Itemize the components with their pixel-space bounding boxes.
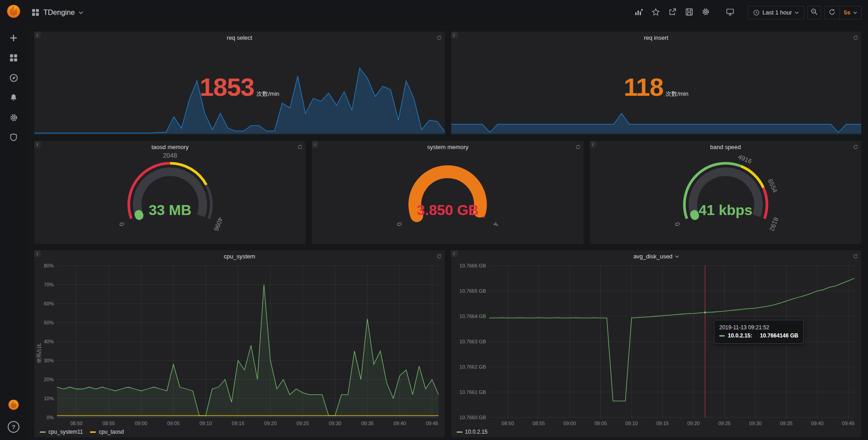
sidebar-item-alerting[interactable] — [9, 94, 18, 103]
svg-text:2048: 2048 — [163, 153, 177, 159]
svg-text:09:10: 09:10 — [625, 421, 638, 426]
sidebar: ? — [0, 0, 27, 440]
time-range-button[interactable]: Last 1 hour — [748, 6, 804, 19]
svg-text:4: 4 — [492, 221, 500, 227]
grafana-logo-icon[interactable] — [6, 4, 21, 21]
svg-text:30%: 30% — [44, 358, 54, 363]
clock-icon — [753, 9, 760, 16]
sidebar-item-configuration[interactable] — [9, 114, 18, 123]
sidebar-item-server-admin[interactable] — [9, 134, 18, 143]
star-button[interactable] — [649, 6, 662, 19]
tooltip-series-name: 10.0.2.15: — [728, 332, 752, 340]
cycle-view-button[interactable] — [723, 6, 737, 19]
add-panel-button[interactable] — [632, 6, 646, 19]
panel-info-icon[interactable]: i — [34, 250, 41, 257]
panel-title[interactable]: taosd memory — [50, 141, 290, 153]
panel-info-icon[interactable]: i — [451, 250, 458, 257]
refresh-button[interactable] — [825, 6, 840, 19]
svg-text:20%: 20% — [44, 377, 54, 382]
svg-text:4916: 4916 — [737, 153, 753, 165]
bar-chart-add-icon — [635, 8, 643, 17]
panel-title-label: band speed — [710, 144, 741, 150]
svg-text:8192: 8192 — [768, 216, 780, 232]
y-axis-label: 使用占比 — [36, 343, 42, 363]
svg-text:09:10: 09:10 — [199, 421, 212, 426]
panel-title[interactable]: req insert — [467, 32, 846, 44]
grafana-app: ? TDengine — [0, 0, 868, 440]
svg-text:09:40: 09:40 — [393, 421, 406, 426]
svg-text:09:15: 09:15 — [656, 421, 669, 426]
sidebar-item-create[interactable] — [9, 34, 18, 43]
time-series-chart[interactable]: 0%10%20%30%40%50%60%70%80%08:5008:5509:0… — [34, 263, 445, 437]
svg-text:0%: 0% — [47, 415, 54, 420]
dashboard-grid-icon — [32, 9, 39, 16]
svg-text:09:25: 09:25 — [297, 421, 309, 426]
panel-title[interactable]: req select — [50, 32, 429, 44]
legend-item[interactable]: 10.0.2.15 — [457, 429, 488, 435]
svg-text:4096: 4096 — [212, 216, 224, 232]
series-color-swatch — [90, 431, 96, 433]
panel-title[interactable]: band speed — [605, 141, 846, 153]
panel-title[interactable]: cpu_system — [50, 250, 429, 262]
legend: 10.0.2.15 — [457, 429, 488, 435]
svg-text:10.7665 GB: 10.7665 GB — [459, 288, 486, 294]
compass-icon — [9, 74, 18, 84]
share-button[interactable] — [665, 6, 679, 19]
refresh-interval-button[interactable]: 5s — [840, 6, 861, 19]
svg-text:09:15: 09:15 — [232, 421, 245, 426]
sidebar-item-dashboards[interactable] — [9, 54, 18, 63]
svg-text:09:20: 09:20 — [687, 421, 700, 426]
user-avatar[interactable] — [7, 398, 20, 413]
panel-info-icon[interactable]: i — [451, 32, 458, 38]
zoom-out-button[interactable] — [807, 6, 821, 19]
panel-info-icon[interactable]: i — [34, 32, 41, 38]
series-color-swatch — [457, 431, 462, 433]
panel-title-label: req insert — [644, 34, 668, 41]
chevron-down-icon — [675, 255, 679, 258]
dashboard-title[interactable]: TDengine — [43, 9, 75, 17]
dashboard-grid: i req select 1853 次数/min i req insert 11… — [27, 25, 868, 440]
refresh-group: 5s — [824, 6, 862, 19]
share-icon — [669, 8, 676, 17]
svg-text:10%: 10% — [44, 396, 54, 401]
panel-info-icon[interactable]: i — [34, 141, 41, 148]
bell-icon — [9, 94, 18, 103]
tooltip-series-swatch — [719, 335, 725, 337]
panel-title[interactable]: system memory — [327, 141, 568, 153]
save-button[interactable] — [682, 6, 696, 19]
gear-icon — [9, 113, 18, 124]
svg-text:08:55: 08:55 — [532, 421, 545, 426]
svg-text:09:45: 09:45 — [426, 421, 439, 426]
legend: cpu_system11 cpu_taosd — [40, 429, 124, 435]
legend-item[interactable]: cpu_system11 — [40, 429, 83, 435]
gauge-chart: 0491665548192 — [590, 153, 861, 243]
time-series-chart[interactable]: 2019-11-13 09:21:52 10.0.2.15: 10.766414… — [451, 263, 862, 437]
dashboard-settings-button[interactable] — [699, 6, 712, 19]
tooltip-value: 10.7664146 GB — [760, 332, 798, 340]
time-range-label: Last 1 hour — [762, 9, 792, 16]
refresh-icon — [829, 9, 835, 17]
svg-text:50%: 50% — [44, 320, 54, 325]
svg-text:08:50: 08:50 — [70, 421, 83, 426]
panel-title[interactable]: avg_disk_used — [467, 250, 846, 262]
graph-tooltip: 2019-11-13 09:21:52 10.0.2.15: 10.766414… — [714, 320, 804, 344]
navbar: TDengine — [27, 0, 868, 25]
chevron-down-icon[interactable] — [79, 11, 83, 14]
legend-item[interactable]: cpu_taosd — [90, 429, 123, 435]
svg-text:09:35: 09:35 — [361, 421, 374, 426]
svg-text:10.7666 GB: 10.7666 GB — [459, 263, 486, 268]
sidebar-item-explore[interactable] — [9, 74, 18, 83]
svg-text:10.7660 GB: 10.7660 GB — [459, 415, 486, 420]
svg-text:09:05: 09:05 — [594, 421, 607, 426]
svg-text:09:45: 09:45 — [842, 421, 854, 426]
svg-text:09:00: 09:00 — [135, 421, 147, 426]
sparkline-chart[interactable] — [451, 32, 862, 135]
svg-text:08:50: 08:50 — [501, 421, 514, 426]
grid-icon — [9, 54, 18, 64]
panel-info-icon[interactable]: i — [312, 141, 318, 148]
sparkline-chart[interactable] — [34, 32, 445, 135]
panel-refresh-icon — [853, 34, 858, 42]
help-icon[interactable]: ? — [8, 421, 19, 433]
panel-info-icon[interactable]: i — [590, 141, 596, 148]
panel-title-label: avg_disk_used — [633, 253, 673, 260]
